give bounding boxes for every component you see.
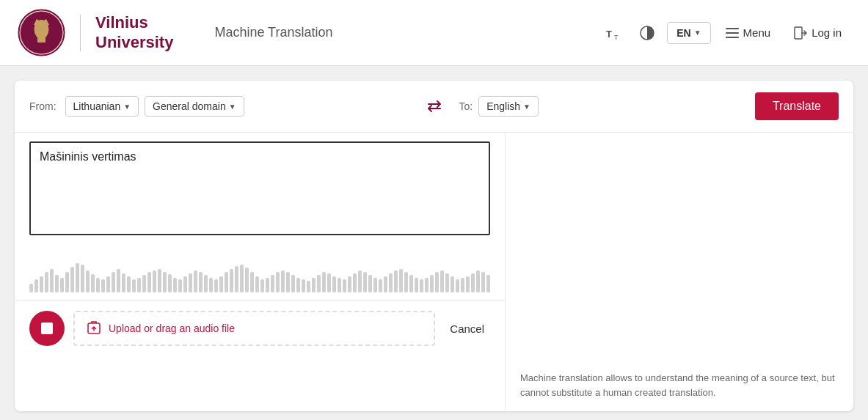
waveform-bar <box>86 270 90 292</box>
right-language-header: To: English ▼ Translate <box>459 92 839 120</box>
waveform-bar <box>255 276 259 292</box>
domain-selector[interactable]: General domain ▼ <box>145 96 244 117</box>
waveform-bar <box>415 278 418 292</box>
domain-arrow-icon: ▼ <box>229 103 236 111</box>
cancel-button[interactable]: Cancel <box>444 317 490 341</box>
waveform-bar <box>96 278 100 292</box>
header: Vilnius University Machine Translation T… <box>0 0 868 66</box>
font-size-button[interactable]: T T <box>599 19 627 47</box>
waveform-bar <box>394 270 398 292</box>
source-lang-label: Lithuanian <box>73 100 121 112</box>
from-label: From: <box>29 100 56 112</box>
waveform-bar <box>240 265 244 292</box>
waveform-bar <box>81 265 84 292</box>
waveform-bar <box>461 278 464 292</box>
svg-text:T: T <box>614 34 619 41</box>
waveform-bar <box>353 273 357 292</box>
waveform-bar <box>286 272 290 292</box>
login-label: Log in <box>812 26 842 39</box>
menu-label: Menu <box>743 26 771 39</box>
waveform-bar <box>178 279 182 292</box>
waveform-bar <box>29 284 33 292</box>
source-language-selector[interactable]: Lithuanian ▼ <box>65 96 139 117</box>
waveform-bar <box>363 272 367 292</box>
svg-text:T: T <box>606 29 612 40</box>
source-lang-arrow-icon: ▼ <box>123 103 131 111</box>
waveform-bar <box>332 276 336 292</box>
upload-dropzone[interactable]: Upload or drag an audio file <box>73 311 435 346</box>
waveform-bar <box>101 279 105 292</box>
waveform-bar <box>486 275 490 292</box>
contrast-button[interactable] <box>633 19 661 47</box>
menu-button[interactable]: Menu <box>717 21 780 45</box>
domain-label: General domain <box>153 100 226 112</box>
waveform-bar <box>163 272 167 292</box>
translation-output <box>520 144 839 365</box>
waveform-bar <box>368 275 372 292</box>
svg-rect-9 <box>795 27 802 39</box>
waveform-bar <box>379 279 382 292</box>
target-language-selector[interactable]: English ▼ <box>478 96 539 117</box>
waveform-bar <box>34 279 38 292</box>
waveform-bar <box>260 279 264 292</box>
waveform-bar <box>199 272 203 292</box>
waveform-bar <box>456 279 459 292</box>
waveform-bar <box>250 272 254 292</box>
waveform-bar <box>219 276 223 292</box>
waveform-bar <box>302 279 305 292</box>
waveform-bar <box>476 270 480 292</box>
target-panel: Machine translation allows to understand… <box>506 133 853 411</box>
waveform-bar <box>409 275 413 292</box>
stop-icon <box>41 323 53 334</box>
waveform-bar <box>430 275 434 292</box>
waveform-bar <box>60 278 64 292</box>
swap-languages-button[interactable] <box>421 93 448 119</box>
waveform-bar <box>445 273 449 292</box>
waveform-bar <box>245 268 249 292</box>
waveform-bar <box>142 275 146 292</box>
waveform-bar <box>451 276 454 292</box>
hamburger-icon <box>726 28 739 38</box>
waveform-bar <box>399 269 403 292</box>
waveform-bar <box>296 278 300 292</box>
waveform-bar <box>50 269 54 292</box>
logo-area: Vilnius University <box>18 9 173 56</box>
waveform-bar <box>276 272 280 292</box>
record-stop-button[interactable] <box>29 311 65 346</box>
waveform-bar <box>235 266 238 292</box>
language-selector-button[interactable]: EN ▼ <box>667 22 710 44</box>
waveform-bar <box>466 276 470 292</box>
waveform-bar <box>214 279 218 292</box>
waveform-bar <box>76 263 79 292</box>
source-text-input[interactable]: Mašininis vertimas <box>40 150 480 224</box>
waveform-bar <box>127 276 131 292</box>
waveform-bar <box>70 267 74 292</box>
waveform-bar <box>327 273 331 292</box>
waveform-bar <box>338 278 341 292</box>
waveform-bar <box>132 279 136 292</box>
lang-dropdown-arrow-icon: ▼ <box>694 29 701 37</box>
swap-icon <box>426 98 442 114</box>
waveform-bar <box>384 276 387 292</box>
login-button[interactable]: Log in <box>785 21 850 45</box>
waveform-bar <box>65 272 69 292</box>
waveform-bar <box>317 275 321 292</box>
waveform-bar <box>158 269 161 292</box>
lang-code-label: EN <box>676 27 690 39</box>
translate-button[interactable]: Translate <box>755 92 839 120</box>
waveform-bar <box>281 270 285 292</box>
university-name: Vilnius University <box>95 13 173 52</box>
header-actions: T T EN ▼ Menu <box>599 19 850 47</box>
translation-header: From: Lithuanian ▼ General domain ▼ To: <box>15 81 853 133</box>
upload-area: Upload or drag an audio file Cancel <box>15 300 505 356</box>
upload-label: Upload or drag an audio file <box>109 323 235 334</box>
waveform-bar <box>358 270 362 292</box>
waveform-bar <box>147 272 151 292</box>
svg-rect-3 <box>37 37 45 43</box>
waveform-bar <box>153 270 156 292</box>
waveform-bar <box>137 278 141 292</box>
waveform-display <box>15 241 505 300</box>
waveform-bar <box>389 273 393 292</box>
waveform-bar <box>45 272 48 292</box>
waveform-bar <box>168 274 172 292</box>
